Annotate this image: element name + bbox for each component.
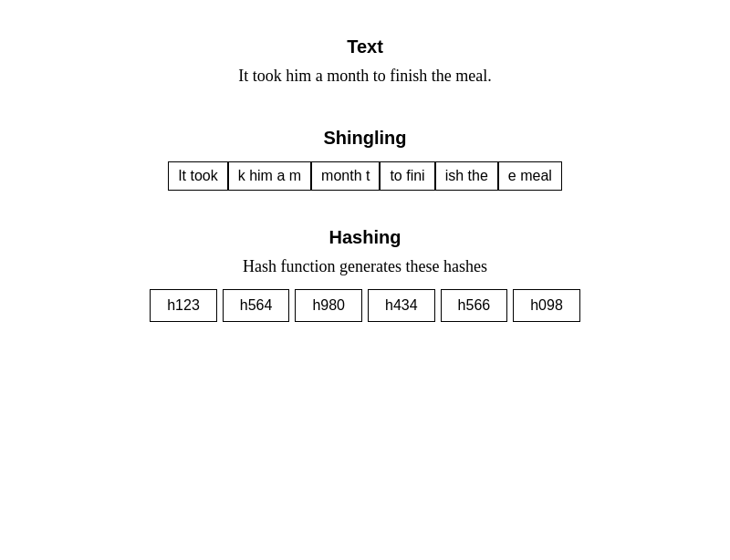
hashing-title: Hashing	[329, 227, 402, 248]
hash-item: h980	[295, 289, 362, 322]
shingles-row: It tookk him a mmonth tto finiish thee m…	[168, 161, 562, 191]
hash-item: h564	[223, 289, 290, 322]
hashing-section: Hashing Hash function generates these ha…	[18, 227, 712, 322]
hashes-row: h123h564h980h434h566h098	[150, 289, 580, 322]
shingle-item: ish the	[435, 161, 498, 191]
shingle-item: k him a m	[228, 161, 311, 191]
hash-item: h098	[513, 289, 580, 322]
shingle-item: month t	[311, 161, 380, 191]
text-title: Text	[347, 36, 383, 57]
shingle-item: e meal	[498, 161, 562, 191]
shingling-title: Shingling	[323, 128, 406, 149]
hash-item: h123	[150, 289, 217, 322]
text-section: Text It took him a month to finish the m…	[18, 36, 712, 91]
hashing-description: Hash function generates these hashes	[243, 257, 487, 276]
hash-item: h566	[441, 289, 508, 322]
hash-item: h434	[368, 289, 435, 322]
shingle-item: to fini	[380, 161, 434, 191]
shingling-section: Shingling It tookk him a mmonth tto fini…	[18, 128, 712, 191]
text-body: It took him a month to finish the meal.	[238, 67, 491, 86]
shingle-item: It took	[168, 161, 228, 191]
